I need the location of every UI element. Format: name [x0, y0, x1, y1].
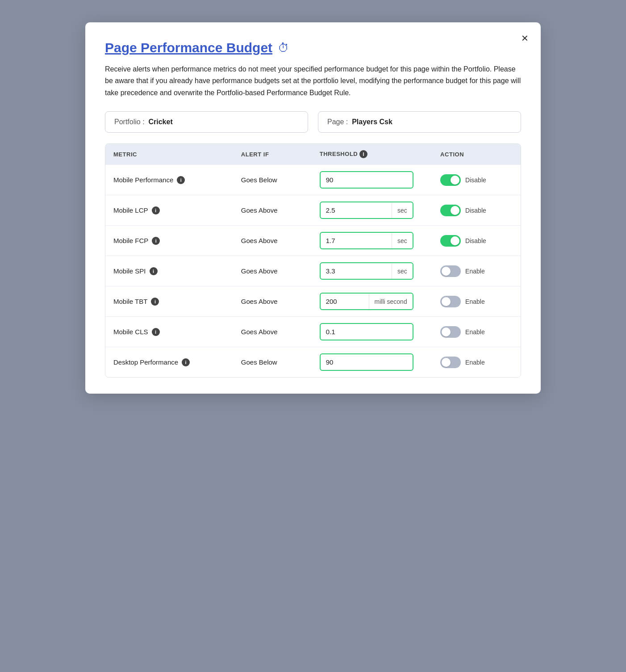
toggle-switch[interactable] — [440, 174, 461, 186]
metric-info-icon[interactable]: i — [150, 267, 158, 275]
threshold-input[interactable] — [321, 172, 413, 188]
page-label: Page : — [327, 118, 348, 126]
action-label: Disable — [465, 237, 486, 244]
info-cards: Portfolio : Cricket Page : Players Csk — [105, 111, 521, 133]
toggle-switch[interactable] — [440, 326, 461, 338]
action-label: Enable — [465, 298, 485, 305]
table-row: Mobile SPI i Goes AbovesecEnable — [105, 256, 521, 286]
page-card: Page : Players Csk — [318, 111, 521, 133]
alert-cell: Goes Below — [233, 165, 312, 195]
metric-cell: Mobile Performance i — [113, 176, 225, 184]
metric-info-icon[interactable]: i — [152, 328, 160, 336]
alert-cell: Goes Above — [233, 256, 312, 286]
metric-name: Mobile FCP — [113, 237, 148, 244]
threshold-unit: sec — [392, 264, 413, 279]
threshold-unit: sec — [392, 203, 413, 218]
threshold-info-icon[interactable]: i — [359, 150, 367, 158]
col-header-action: ACTION — [432, 144, 521, 165]
close-button[interactable]: × — [522, 32, 528, 44]
metric-cell: Mobile CLS i — [113, 328, 225, 336]
threshold-cell: sec — [312, 256, 432, 286]
metric-info-icon[interactable]: i — [151, 298, 159, 306]
metrics-table: METRIC ALERT IF THRESHOLD i ACTION — [105, 144, 521, 377]
action-label: Enable — [465, 328, 485, 336]
timer-icon: ⏱ — [278, 41, 289, 55]
metric-name: Mobile SPI — [113, 267, 146, 275]
table-row: Mobile LCP i Goes AbovesecDisable — [105, 195, 521, 226]
table-row: Mobile CLS i Goes AboveEnable — [105, 317, 521, 347]
modal-title-row: Page Performance Budget ⏱ — [105, 40, 521, 55]
action-cell: Enable — [432, 286, 521, 317]
col-header-metric: METRIC — [105, 144, 233, 165]
metric-cell: Mobile FCP i — [113, 237, 225, 245]
table-row: Desktop Performance i Goes BelowEnable — [105, 347, 521, 378]
performance-budget-modal: × Page Performance Budget ⏱ Receive aler… — [85, 22, 541, 394]
metric-name: Desktop Performance — [113, 358, 178, 366]
toggle-switch[interactable] — [440, 357, 461, 368]
modal-description: Receive alerts when performance metrics … — [105, 63, 521, 99]
threshold-cell: sec — [312, 226, 432, 256]
portfolio-label: Portfolio : — [114, 118, 145, 126]
table-row: Mobile TBT i Goes Abovemilli secondEnabl… — [105, 286, 521, 317]
threshold-input[interactable] — [321, 202, 392, 218]
threshold-unit: sec — [392, 233, 413, 248]
table-row: Mobile Performance i Goes BelowDisable — [105, 165, 521, 195]
metric-info-icon[interactable]: i — [177, 176, 185, 184]
col-header-threshold: THRESHOLD i — [312, 144, 432, 165]
metrics-table-wrap: METRIC ALERT IF THRESHOLD i ACTION — [105, 143, 521, 378]
metric-name: Mobile CLS — [113, 328, 148, 336]
page-value: Players Csk — [352, 118, 392, 126]
metric-name: Mobile Performance — [113, 176, 173, 184]
metric-info-icon[interactable]: i — [182, 358, 190, 366]
metric-info-icon[interactable]: i — [152, 237, 160, 245]
alert-cell: Goes Above — [233, 286, 312, 317]
threshold-input[interactable] — [321, 263, 392, 279]
alert-cell: Goes Above — [233, 226, 312, 256]
alert-cell: Goes Above — [233, 195, 312, 226]
action-cell: Enable — [432, 256, 521, 286]
threshold-cell — [312, 347, 432, 378]
action-label: Disable — [465, 207, 486, 214]
action-cell: Disable — [432, 226, 521, 256]
action-cell: Disable — [432, 195, 521, 226]
metric-cell: Mobile LCP i — [113, 206, 225, 214]
toggle-switch[interactable] — [440, 205, 461, 216]
metric-cell: Mobile TBT i — [113, 298, 225, 306]
threshold-input[interactable] — [321, 324, 413, 340]
modal-title-link[interactable]: Page Performance Budget — [105, 40, 272, 55]
metric-cell: Desktop Performance i — [113, 358, 225, 366]
metric-info-icon[interactable]: i — [152, 206, 160, 214]
table-row: Mobile FCP i Goes AbovesecDisable — [105, 226, 521, 256]
action-cell: Enable — [432, 347, 521, 378]
action-label: Enable — [465, 268, 485, 275]
action-label: Disable — [465, 176, 486, 184]
threshold-cell: sec — [312, 195, 432, 226]
action-label: Enable — [465, 359, 485, 366]
threshold-input[interactable] — [321, 233, 392, 248]
toggle-switch[interactable] — [440, 265, 461, 277]
metric-name: Mobile TBT — [113, 298, 147, 305]
table-header-row: METRIC ALERT IF THRESHOLD i ACTION — [105, 144, 521, 165]
action-cell: Disable — [432, 165, 521, 195]
metric-name: Mobile LCP — [113, 206, 148, 214]
action-cell: Enable — [432, 317, 521, 347]
col-header-alert: ALERT IF — [233, 144, 312, 165]
threshold-cell — [312, 317, 432, 347]
threshold-input[interactable] — [321, 354, 413, 370]
threshold-unit: milli second — [369, 294, 413, 309]
threshold-cell: milli second — [312, 286, 432, 317]
alert-cell: Goes Below — [233, 347, 312, 378]
alert-cell: Goes Above — [233, 317, 312, 347]
toggle-switch[interactable] — [440, 235, 461, 247]
threshold-input[interactable] — [321, 294, 369, 309]
threshold-cell — [312, 165, 432, 195]
toggle-switch[interactable] — [440, 296, 461, 307]
portfolio-card: Portfolio : Cricket — [105, 111, 308, 133]
portfolio-value: Cricket — [148, 118, 172, 126]
metric-cell: Mobile SPI i — [113, 267, 225, 275]
